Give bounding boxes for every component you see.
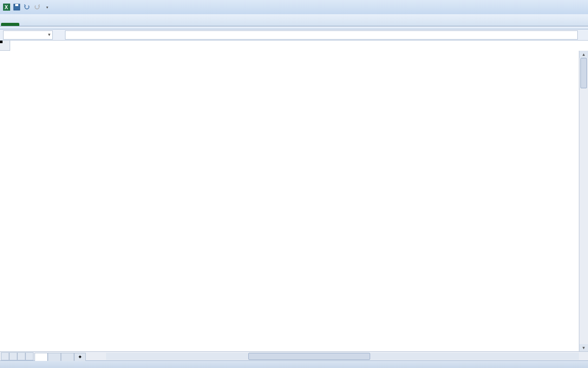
scroll-down-arrow[interactable]: ▼ <box>579 344 588 351</box>
vertical-scrollbar[interactable]: ▲ ▼ <box>579 51 588 351</box>
sheet-tab-1[interactable] <box>35 353 48 361</box>
sheet-tab-row: ✦ <box>0 351 588 360</box>
tab-home[interactable] <box>23 23 38 26</box>
tab-insert[interactable] <box>38 23 52 26</box>
sheet-tab-3[interactable] <box>61 353 74 361</box>
sheet-nav-next[interactable] <box>17 352 25 360</box>
ribbon-tabs <box>0 14 588 26</box>
new-sheet-icon[interactable]: ✦ <box>74 353 86 361</box>
tab-page-layout[interactable] <box>52 23 66 26</box>
save-icon[interactable] <box>12 3 21 12</box>
formula-bar[interactable] <box>65 30 578 40</box>
select-all-corner[interactable] <box>0 41 10 51</box>
scroll-up-arrow[interactable]: ▲ <box>579 51 588 58</box>
sheet-nav-prev[interactable] <box>9 352 17 360</box>
horizontal-scrollbar[interactable] <box>106 353 579 360</box>
fx-icon[interactable] <box>55 30 64 40</box>
tab-formulas[interactable] <box>66 23 80 26</box>
chevron-down-icon[interactable]: ▼ <box>47 32 51 37</box>
sheet-tabs: ✦ <box>35 352 86 360</box>
vscroll-thumb[interactable] <box>580 58 587 88</box>
sheet-tab-2[interactable] <box>48 353 61 361</box>
quick-access-toolbar: X ▾ <box>2 3 52 12</box>
sheet-nav-last[interactable] <box>25 352 34 360</box>
sheet-nav-first[interactable] <box>1 352 9 360</box>
status-bar <box>0 360 588 368</box>
undo-icon[interactable] <box>22 3 31 12</box>
excel-icon[interactable]: X <box>2 3 11 12</box>
name-box[interactable]: ▼ <box>3 30 53 40</box>
title-bar: X ▾ <box>0 0 588 14</box>
sheet-nav <box>1 352 34 360</box>
redo-icon[interactable] <box>32 3 42 12</box>
svg-rect-3 <box>15 4 18 6</box>
file-tab[interactable] <box>1 23 19 26</box>
svg-text:X: X <box>5 5 8 10</box>
hscroll-thumb[interactable] <box>248 353 370 360</box>
spreadsheet-grid: ▲ ▼ <box>0 41 588 351</box>
qat-dropdown-icon[interactable]: ▾ <box>43 3 52 12</box>
formula-bar-row: ▼ <box>0 29 588 41</box>
